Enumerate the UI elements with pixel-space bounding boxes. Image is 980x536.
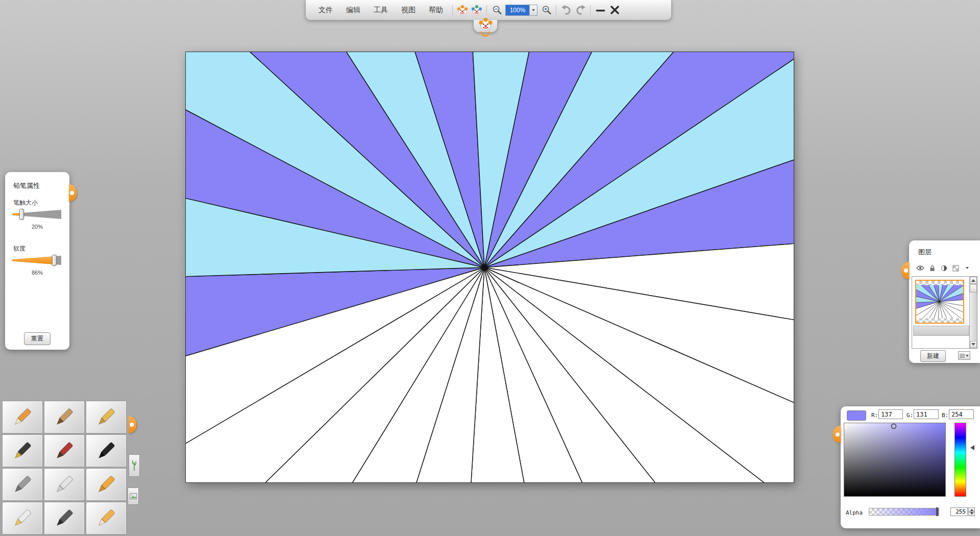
alpha-handle[interactable] xyxy=(936,507,938,516)
tool-ink-brush-button[interactable] xyxy=(86,434,127,467)
tool-glass-tube-button[interactable] xyxy=(2,502,43,534)
undo-icon xyxy=(561,5,572,15)
alpha-slider[interactable] xyxy=(869,508,939,516)
chevron-down-icon xyxy=(532,9,535,13)
minimize-icon xyxy=(595,5,606,15)
brush-size-handle[interactable] xyxy=(19,209,24,220)
alpha-field[interactable] xyxy=(950,507,968,516)
arrow-down-icon xyxy=(970,513,973,516)
arrow-up-icon xyxy=(971,277,975,282)
charcoal-pencil-icon xyxy=(53,405,76,429)
scroll-down-button[interactable] xyxy=(970,341,977,348)
redo-icon xyxy=(575,5,586,15)
reset-button[interactable]: 重置 xyxy=(24,332,51,345)
layer-visibility-button[interactable] xyxy=(916,264,924,272)
checkerboard-icon xyxy=(952,265,959,272)
red-label: R: xyxy=(871,412,878,419)
alpha-gradient xyxy=(869,508,939,515)
tool-palette xyxy=(2,401,128,534)
layer-blend-button[interactable] xyxy=(940,264,948,272)
scroll-up-button[interactable] xyxy=(970,277,977,284)
plant-brush-button[interactable] xyxy=(129,454,140,477)
clown-icon xyxy=(456,4,469,16)
menu-item-file[interactable]: 文件 xyxy=(312,3,339,17)
menu-item-view[interactable]: 视图 xyxy=(395,3,422,17)
tool-pencil-button[interactable] xyxy=(2,401,43,433)
tool-paint-brush-button[interactable] xyxy=(44,434,85,467)
hue-pointer[interactable] xyxy=(968,445,974,450)
clown-blue-icon xyxy=(471,4,483,16)
layer-lock-button[interactable] xyxy=(928,264,936,272)
tool-eraser-button[interactable] xyxy=(86,502,127,534)
layer-thumbnail-svg xyxy=(916,285,963,319)
tool-marker-button[interactable] xyxy=(86,401,127,433)
ink-brush-icon xyxy=(94,439,118,462)
layer-menu-button[interactable] xyxy=(958,351,970,360)
menu-item-edit[interactable]: 编辑 xyxy=(339,3,367,17)
layers-grip-handle[interactable] xyxy=(901,262,909,279)
tool-paint-roller-button[interactable] xyxy=(86,468,127,501)
zoom-level-field[interactable]: 100% xyxy=(505,5,537,16)
softness-fill xyxy=(12,256,55,265)
palette-grip-handle[interactable] xyxy=(129,416,136,433)
close-icon xyxy=(609,5,620,15)
zoom-in-button[interactable] xyxy=(539,3,553,17)
blue-field[interactable] xyxy=(949,409,974,419)
minimize-button[interactable] xyxy=(593,3,607,17)
eraser-icon xyxy=(94,506,118,530)
half-circle-icon xyxy=(941,265,947,272)
clown-logo-icon xyxy=(478,16,494,32)
menu-item-help[interactable]: 帮助 xyxy=(422,3,450,17)
undo-button[interactable] xyxy=(559,3,573,17)
fountain-pen-icon xyxy=(11,439,34,462)
red-field[interactable] xyxy=(878,409,903,419)
tool-fountain-pen-button[interactable] xyxy=(2,434,43,467)
color-grip-handle[interactable] xyxy=(833,426,841,443)
scrollbar-thumb[interactable] xyxy=(970,284,977,293)
green-label: G: xyxy=(906,412,913,419)
orange-hook-icon xyxy=(481,32,490,37)
green-field[interactable] xyxy=(914,409,939,419)
layer-item-partial[interactable] xyxy=(913,326,969,336)
brush-size-slider[interactable] xyxy=(12,210,61,219)
drawing-canvas[interactable] xyxy=(186,52,794,482)
layer-list[interactable] xyxy=(912,276,977,349)
hue-bar[interactable] xyxy=(954,423,966,497)
pencil-properties-panel: 铅笔属性 笔触大小 20% 软度 86% 重置 xyxy=(5,172,69,350)
spinner-down-button[interactable] xyxy=(968,512,975,517)
toolbar-drag-tab[interactable] xyxy=(473,20,498,33)
current-color-swatch[interactable] xyxy=(847,410,866,421)
tool-airbrush-button[interactable] xyxy=(2,468,43,501)
panel-grip-handle[interactable] xyxy=(69,184,77,202)
close-button[interactable] xyxy=(607,3,622,17)
layer-options-dropdown[interactable] xyxy=(963,264,971,272)
marker-icon xyxy=(94,405,118,429)
spinner-up-button[interactable] xyxy=(968,507,975,512)
layer-list-scrollbar[interactable] xyxy=(969,277,977,348)
clown-gallery-button[interactable] xyxy=(470,3,484,17)
sv-cursor[interactable] xyxy=(891,423,897,429)
zoom-level-value: 100% xyxy=(506,5,529,15)
chevron-down-icon xyxy=(966,267,969,271)
softness-slider[interactable] xyxy=(12,256,61,265)
softness-handle[interactable] xyxy=(52,255,57,265)
alpha-spinner[interactable] xyxy=(968,507,975,516)
layer-item-selected[interactable] xyxy=(915,280,964,324)
zoom-dropdown-button[interactable] xyxy=(529,5,537,15)
tool-palette-knife-button[interactable] xyxy=(44,468,85,501)
menu-item-tools[interactable]: 工具 xyxy=(367,3,395,17)
layers-panel: 图层 xyxy=(909,240,980,363)
pencil-icon xyxy=(11,405,34,429)
paint-brush-icon xyxy=(53,439,76,462)
sv-gradient-square[interactable] xyxy=(844,423,946,497)
clown-logo-button-1[interactable] xyxy=(455,3,470,17)
redo-button[interactable] xyxy=(573,3,587,17)
glass-tube-icon xyxy=(11,506,34,530)
zoom-out-button[interactable] xyxy=(489,3,504,17)
tool-quill-button[interactable] xyxy=(44,502,85,534)
toolbar-separator xyxy=(486,5,487,15)
texture-stamp-button[interactable] xyxy=(128,488,139,505)
layer-transparency-button[interactable] xyxy=(951,264,960,272)
new-layer-button[interactable]: 新建 xyxy=(920,350,946,362)
tool-charcoal-pencil-button[interactable] xyxy=(44,401,85,433)
